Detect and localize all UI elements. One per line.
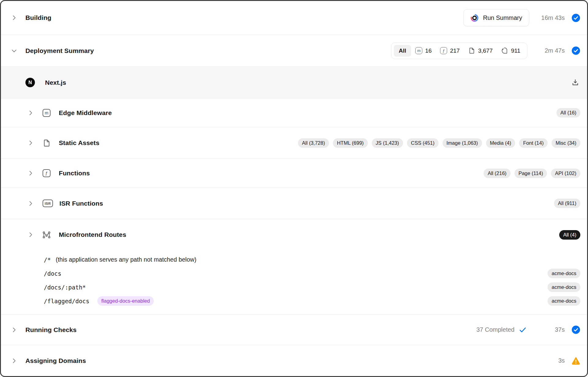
route-row-catchall: /* (this application serves any path not…: [44, 253, 580, 267]
functions-count: 217: [450, 47, 460, 54]
output-type-filter: All m 16 ƒ 217 3,677: [391, 43, 527, 59]
count-badge[interactable]: API (102): [551, 169, 580, 178]
row-isr-functions[interactable]: ISR ISR Functions All (911): [1, 188, 587, 219]
success-check-icon: [571, 325, 580, 334]
chevron-right-icon[interactable]: [27, 231, 34, 238]
chevron-down-icon[interactable]: [11, 47, 17, 54]
deployment-duration: 2m 47s: [538, 47, 565, 54]
flag-badge: flagged-docs-enabled: [97, 296, 154, 306]
row-edge-middleware[interactable]: m Edge Middleware All (16): [1, 98, 587, 127]
download-icon[interactable]: [570, 77, 580, 88]
deployment-summary-title: Deployment Summary: [25, 47, 94, 54]
route-note: (this application serves any path not ma…: [56, 256, 196, 263]
assigning-domains-title: Assigning Domains: [25, 357, 86, 364]
isr-icon: ISR: [43, 200, 53, 207]
count-badge[interactable]: CSS (451): [407, 138, 439, 148]
running-checks-title: Running Checks: [25, 326, 77, 334]
row-static-assets[interactable]: Static Assets All (3,728)HTML (699)JS (1…: [1, 127, 587, 159]
row-functions[interactable]: ƒ Functions All (216)Page (114)API (102): [1, 159, 587, 188]
route-target-badge[interactable]: acme-docs: [548, 296, 580, 306]
section-running-checks[interactable]: Running Checks 37 Completed 37s: [1, 314, 587, 345]
chevron-right-icon[interactable]: [11, 327, 17, 333]
count-badge[interactable]: All (911): [554, 199, 580, 208]
static-assets-badges: All (3,728)HTML (699)JS (1,423)CSS (451)…: [298, 138, 580, 148]
count-badge[interactable]: All (16): [556, 108, 580, 118]
filter-functions[interactable]: ƒ 217: [436, 45, 464, 57]
routes-icon: [42, 230, 51, 239]
filter-middleware[interactable]: m 16: [411, 45, 436, 57]
run-summary-button[interactable]: Run Summary: [463, 9, 529, 26]
chevron-right-icon[interactable]: [27, 140, 34, 146]
deployment-panel: Building Run Summary 16m 43s: [0, 0, 588, 377]
route-row-docs-path: /docs/:path* acme-docs: [44, 280, 580, 294]
count-badge[interactable]: Image (1,063): [443, 138, 482, 148]
filter-all-label: All: [399, 47, 406, 54]
count-badge[interactable]: All (216): [484, 169, 510, 178]
route-path: /docs: [44, 270, 61, 277]
count-badge[interactable]: HTML (699): [333, 138, 368, 148]
route-target-badge[interactable]: acme-docs: [548, 282, 580, 292]
project-row: N Next.js: [1, 66, 587, 98]
count-badge[interactable]: Page (114): [514, 169, 547, 178]
row-microfrontend-routes[interactable]: Microfrontend Routes All (4): [1, 219, 587, 250]
route-row-docs: /docs acme-docs: [44, 267, 580, 280]
filter-static-assets[interactable]: 3,677: [464, 45, 497, 57]
running-checks-duration: 37s: [538, 326, 565, 333]
filter-all[interactable]: All: [394, 45, 411, 57]
isr-functions-label: ISR Functions: [59, 200, 103, 207]
project-name: Next.js: [45, 79, 66, 86]
middleware-count: 16: [425, 47, 432, 54]
chevron-right-icon[interactable]: [27, 200, 34, 207]
route-path: /*: [44, 256, 51, 263]
route-path: /docs/:path*: [44, 284, 86, 291]
route-target-badge[interactable]: acme-docs: [548, 269, 580, 278]
chevron-right-icon[interactable]: [11, 357, 17, 364]
blue-check-icon: [518, 326, 527, 334]
isr-count: 911: [511, 47, 520, 54]
building-title: Building: [25, 14, 51, 21]
edge-middleware-badges: All (16): [556, 108, 580, 118]
checks-status: 37 Completed: [476, 326, 527, 334]
route-row-flagged-docs: /flagged/docs flagged-docs-enabled acme-…: [44, 294, 580, 308]
static-assets-label: Static Assets: [59, 139, 99, 147]
chevron-right-icon[interactable]: [27, 110, 34, 116]
chevron-right-icon[interactable]: [11, 14, 17, 21]
assets-count: 3,677: [478, 47, 493, 54]
count-badge[interactable]: Media (4): [486, 138, 515, 148]
warning-icon: [571, 356, 580, 365]
section-assigning-domains[interactable]: Assigning Domains 3s: [1, 345, 587, 376]
function-icon: ƒ: [43, 169, 51, 177]
run-summary-label: Run Summary: [483, 14, 522, 21]
middleware-icon: m: [43, 109, 51, 117]
isr-badges: All (911): [554, 199, 580, 208]
file-icon: [42, 139, 51, 147]
middleware-icon: m: [415, 47, 422, 54]
building-duration: 16m 43s: [538, 14, 565, 21]
run-summary-icon: [470, 14, 479, 22]
routes-all-badge[interactable]: All (4): [559, 230, 580, 240]
route-path: /flagged/docs: [44, 298, 89, 304]
checks-completed-text: 37 Completed: [476, 326, 514, 333]
file-icon: [468, 47, 475, 54]
function-icon: ƒ: [440, 47, 447, 54]
microfrontend-routes-label: Microfrontend Routes: [59, 231, 126, 238]
isr-file-icon: [501, 47, 508, 54]
count-badge[interactable]: Misc (34): [552, 138, 580, 148]
count-badge[interactable]: JS (1,423): [372, 138, 403, 148]
section-deployment-summary[interactable]: Deployment Summary All m 16 ƒ 217: [1, 35, 587, 66]
filter-isr[interactable]: 911: [497, 45, 525, 57]
chevron-right-icon[interactable]: [27, 170, 34, 177]
assigning-domains-duration: 3s: [538, 357, 565, 364]
functions-badges: All (216)Page (114)API (102): [484, 169, 580, 178]
routes-list: /* (this application serves any path not…: [1, 250, 587, 314]
success-check-icon: [571, 13, 580, 22]
count-badge[interactable]: Font (14): [519, 138, 548, 148]
section-building[interactable]: Building Run Summary 16m 43s: [1, 1, 587, 35]
nextjs-logo-icon: N: [25, 78, 35, 87]
functions-label: Functions: [59, 170, 90, 177]
edge-middleware-label: Edge Middleware: [59, 109, 112, 117]
success-check-icon: [571, 46, 580, 55]
count-badge[interactable]: All (3,728): [298, 138, 329, 148]
